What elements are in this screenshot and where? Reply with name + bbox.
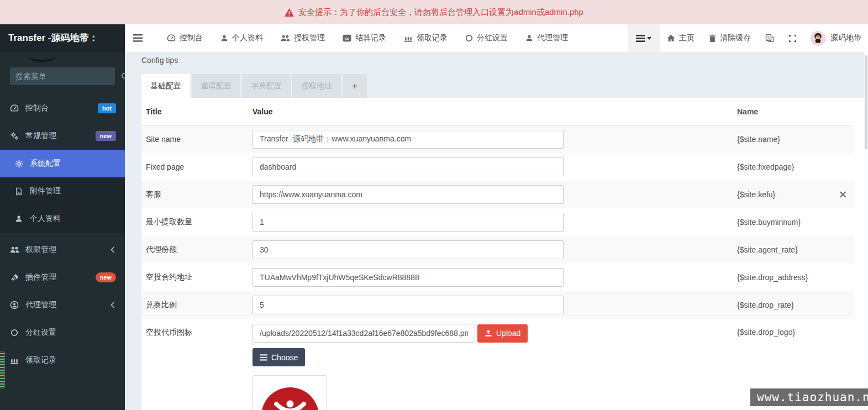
cs-square-icon: cs (343, 34, 351, 42)
topnav-item-claims[interactable]: 领取记录 (395, 24, 456, 52)
tab-basic-config[interactable]: 基础配置 (141, 74, 190, 98)
sidebar-toggle-button[interactable] (125, 24, 150, 52)
sidebar-item-dividends[interactable]: 分红设置 (0, 319, 125, 346)
row-title: 兑换比例 (146, 300, 252, 310)
row-title: 代理份额 (146, 245, 252, 255)
sidebar-item-attachments[interactable]: 附件管理 (0, 177, 125, 205)
sidebar-item-label: 附件管理 (30, 186, 61, 196)
svg-text:文: 文 (767, 35, 771, 40)
row-name: {$site.agent_rate} (737, 245, 854, 254)
sidebar-item-claims[interactable]: 领取记录 (0, 346, 125, 374)
topnav-item-authorization[interactable]: 授权管理 (272, 24, 334, 52)
table-row: Site name {$site.name} (141, 125, 854, 153)
site-name-input[interactable] (252, 130, 564, 149)
drop-rate-input[interactable] (252, 296, 564, 314)
user-icon (525, 34, 533, 42)
svg-text:cs: cs (345, 36, 349, 40)
sidebar-item-permissions[interactable]: 权限管理 (0, 236, 125, 264)
drop-logo-preview[interactable] (252, 375, 327, 410)
side-grip-handle[interactable] (0, 351, 5, 388)
fixed-page-input[interactable] (252, 157, 564, 176)
sidebar-item-label: 系统配置 (30, 159, 61, 169)
table-row: 客服 {$site.kefu} (141, 181, 854, 208)
pillars-icon (9, 356, 20, 364)
buy-min-num-input[interactable] (252, 213, 564, 232)
topnav-item-dashboard[interactable]: 控制台 (158, 24, 212, 52)
choose-button[interactable]: Choose (252, 348, 305, 366)
user-icon (220, 34, 228, 42)
table-row: Fixed page {$site.fixedpage} (141, 153, 854, 181)
clear-cache-label: 清除缓存 (720, 33, 751, 43)
row-title: Site name (146, 135, 252, 144)
circle-icon (9, 329, 20, 337)
choose-label: Choose (271, 353, 298, 362)
scrollbar-thumb[interactable] (865, 55, 867, 149)
topnav-item-profile[interactable]: 个人资料 (212, 24, 272, 52)
close-icon[interactable] (840, 192, 846, 198)
user-icon (13, 215, 24, 223)
list-icon (636, 35, 645, 42)
sidebar-item-agents[interactable]: 代理管理 (0, 291, 125, 319)
search-input[interactable] (10, 72, 121, 81)
username-label: 源码地带 (830, 33, 861, 43)
agent-rate-input[interactable] (252, 240, 564, 259)
row-name: {$site.drop_rate} (737, 301, 854, 309)
tab-dictionary-config[interactable]: 字典配置 (242, 74, 291, 98)
security-banner: 安全提示：为了你的后台安全，请勿将后台管理入口设置为admin或admin.ph… (0, 0, 868, 24)
sidebar-search[interactable] (10, 67, 115, 85)
gears-icon (9, 132, 20, 140)
sidebar-item-general[interactable]: 常规管理 new (0, 122, 125, 150)
upload-button[interactable]: Upload (477, 324, 528, 343)
topnav-item-dividends[interactable]: 分红设置 (456, 24, 517, 52)
sidebar-item-profile[interactable]: 个人资料 (0, 205, 125, 233)
language-button[interactable]: 文 (758, 24, 781, 52)
kefu-input[interactable] (252, 185, 564, 204)
topnav-item-label: 授权管理 (294, 33, 325, 43)
watermark: www.tiaozhuan.net (750, 388, 868, 406)
topnav-item-label: 控制台 (180, 33, 203, 43)
topnav-item-settlement[interactable]: cs 结算记录 (334, 24, 395, 52)
clear-cache-button[interactable]: 清除缓存 (702, 24, 758, 52)
table-row: 最小提取数量 {$site.buyminnum} (141, 208, 854, 236)
sidebar-item-label: 分红设置 (25, 328, 56, 338)
config-panel: Title Value Name Site name {$site.name} … (141, 98, 864, 410)
sidebar-item-label: 领取记录 (25, 355, 56, 365)
app-title[interactable]: Transfer -源码地带： (0, 24, 125, 52)
gear-icon (13, 160, 24, 168)
sidebar-item-plugins[interactable]: 插件管理 new (0, 264, 125, 291)
sidebar-menu: 控制台 hot 常规管理 new 系统配置 附件管理 个人资料 (0, 94, 125, 374)
hot-badge: hot (98, 103, 116, 113)
topnav-item-agents[interactable]: 代理管理 (517, 24, 577, 52)
sidebar-submenu: 系统配置 附件管理 个人资料 (0, 150, 125, 233)
sidebar-item-label: 权限管理 (25, 245, 56, 255)
table-row-drop-logo: 空投代币图标 Upload Choose (141, 319, 854, 410)
home-button[interactable]: 主页 (660, 24, 702, 52)
rocket-icon (9, 274, 20, 282)
translate-icon: 文 (765, 34, 774, 43)
sidebar-item-system-config[interactable]: 系统配置 (0, 150, 125, 177)
table-header: Title Value Name (141, 98, 854, 125)
tab-invite-config[interactable]: 邀请配置 (192, 74, 240, 98)
topnav-menu: 控制台 个人资料 授权管理 cs 结算记录 领取记录 分红设置 代理管理 (158, 24, 577, 52)
home-icon (667, 34, 675, 42)
tab-auth-address[interactable]: 授权地址 (292, 74, 341, 98)
fullscreen-button[interactable] (781, 24, 804, 52)
drop-address-input[interactable] (252, 268, 564, 287)
chevron-left-icon (111, 246, 115, 253)
gauge-icon (9, 104, 20, 113)
sidebar-item-label: 常规管理 (25, 131, 56, 141)
user-menu[interactable]: 源码地带 (804, 24, 868, 52)
tab-add-button[interactable]: + (343, 74, 367, 98)
gauge-icon (167, 34, 176, 43)
row-title: 最小提取数量 (146, 217, 252, 227)
hamburger-icon (133, 34, 143, 42)
row-name: {$site.drop_address} (737, 273, 854, 282)
table-row: 空投合约地址 {$site.drop_address} (141, 264, 854, 291)
top-navbar: 控制台 个人资料 授权管理 cs 结算记录 领取记录 分红设置 代理管理 (125, 24, 868, 52)
drop-logo-input[interactable] (252, 324, 475, 343)
tabs-dropdown-button[interactable] (628, 24, 660, 52)
table-row: 兑换比例 {$site.drop_rate} (141, 291, 854, 319)
trash-icon (709, 34, 716, 43)
sidebar-item-dashboard[interactable]: 控制台 hot (0, 94, 125, 122)
topnav-item-label: 个人资料 (232, 33, 263, 43)
